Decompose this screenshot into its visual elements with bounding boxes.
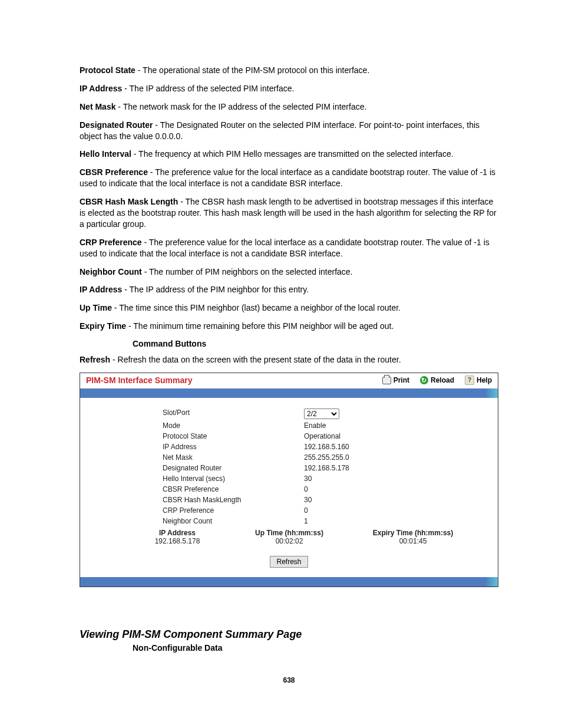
- desc-neighbor-count: - The number of PIM neighbors on the sel…: [142, 267, 353, 276]
- term-hello-interval: Hello Interval: [80, 149, 131, 159]
- label-neighbor-count: Neighbor Count: [86, 517, 304, 525]
- value-hello-interval: 30: [304, 475, 492, 483]
- value-mode: Enable: [304, 421, 492, 430]
- term-neighbor-count: Neighbor Count: [80, 267, 142, 276]
- desc-protocol-state: - The operational state of the PIM-SM pr…: [135, 65, 369, 75]
- help-button[interactable]: ? Help: [465, 375, 492, 385]
- next-section-sub: Non-Configurable Data: [133, 643, 498, 653]
- page-number: 638: [80, 676, 498, 684]
- refresh-button[interactable]: Refresh: [270, 556, 308, 568]
- label-slot-port: Slot/Port: [86, 409, 304, 419]
- label-protocol-state: Protocol State: [86, 432, 304, 440]
- cell-uptime: 00:02:02: [233, 537, 345, 545]
- value-protocol-state: Operational: [304, 432, 492, 440]
- next-section-title: Viewing PIM-SM Component Summary Page: [80, 628, 498, 641]
- value-designated-router: 192.168.5.178: [304, 464, 492, 472]
- divider-bar-top: [80, 388, 498, 398]
- value-cbsr-pref: 0: [304, 485, 492, 493]
- cell-expiry: 00:01:45: [345, 537, 481, 545]
- reload-button[interactable]: ↻ Reload: [420, 375, 454, 385]
- value-neighbor-count: 1: [304, 517, 492, 525]
- divider-bar-bottom: [80, 577, 498, 587]
- term-designated-router: Designated Router: [80, 120, 153, 130]
- label-net-mask: Net Mask: [86, 453, 304, 462]
- print-icon: [382, 377, 391, 384]
- value-cbsr-hash: 30: [304, 496, 492, 504]
- help-icon: ?: [465, 375, 474, 385]
- panel-title: PIM-SM Interface Summary: [86, 375, 193, 385]
- value-ip-address: 192.168.5.160: [304, 443, 492, 451]
- term-crp-pref: CRP Preference: [80, 238, 142, 247]
- table-row: 192.168.5.178 00:02:02 00:01:45: [121, 537, 492, 545]
- col-header-ip: IP Address: [121, 529, 233, 537]
- desc-hello-interval: - The frequency at which PIM Hello messa…: [131, 149, 454, 159]
- help-label: Help: [477, 376, 492, 384]
- reload-label: Reload: [431, 376, 454, 384]
- print-button[interactable]: Print: [382, 375, 409, 385]
- neighbor-table: IP Address Up Time (hh:mm:ss) Expiry Tim…: [86, 529, 492, 545]
- label-crp-pref: CRP Preference: [86, 506, 304, 515]
- command-buttons-heading: Command Buttons: [133, 339, 498, 348]
- term-refresh: Refresh: [80, 355, 110, 364]
- desc-net-mask: - The network mask for the IP address of…: [115, 102, 366, 111]
- pim-sm-interface-summary-panel: PIM-SM Interface Summary Print ↻ Reload …: [80, 373, 498, 587]
- label-designated-router: Designated Router: [86, 464, 304, 472]
- label-ip-address: IP Address: [86, 443, 304, 451]
- desc-refresh: - Refresh the data on the screen with th…: [110, 355, 401, 364]
- col-header-uptime: Up Time (hh:mm:ss): [233, 529, 345, 537]
- reload-icon: ↻: [420, 376, 428, 384]
- term-net-mask: Net Mask: [80, 102, 115, 111]
- desc-ip-address-2: - The IP address of the PIM neighbor for…: [122, 285, 309, 294]
- label-cbsr-hash: CBSR Hash MaskLength: [86, 496, 304, 504]
- label-cbsr-pref: CBSR Preference: [86, 485, 304, 493]
- term-ip-address-2: IP Address: [80, 285, 122, 294]
- value-crp-pref: 0: [304, 506, 492, 515]
- term-expiry-time: Expiry Time: [80, 321, 126, 331]
- term-ip-address: IP Address: [80, 84, 122, 93]
- cell-ip: 192.168.5.178: [121, 537, 233, 545]
- term-cbsr-hash: CBSR Hash Mask Length: [80, 197, 178, 206]
- term-cbsr-pref: CBSR Preference: [80, 167, 148, 177]
- print-label: Print: [394, 376, 409, 384]
- value-net-mask: 255.255.255.0: [304, 453, 492, 462]
- label-mode: Mode: [86, 421, 304, 430]
- slot-port-select[interactable]: 2/2: [304, 409, 339, 419]
- desc-expiry-time: - The minimum time remaining before this…: [126, 321, 394, 331]
- label-hello-interval: Hello Interval (secs): [86, 475, 304, 483]
- col-header-expiry: Expiry Time (hh:mm:ss): [345, 529, 481, 537]
- desc-up-time: - The time since this PIM neighbor (last…: [112, 303, 401, 312]
- desc-ip-address: - The IP address of the selected PIM int…: [122, 84, 294, 93]
- term-up-time: Up Time: [80, 303, 112, 312]
- term-protocol-state: Protocol State: [80, 65, 135, 75]
